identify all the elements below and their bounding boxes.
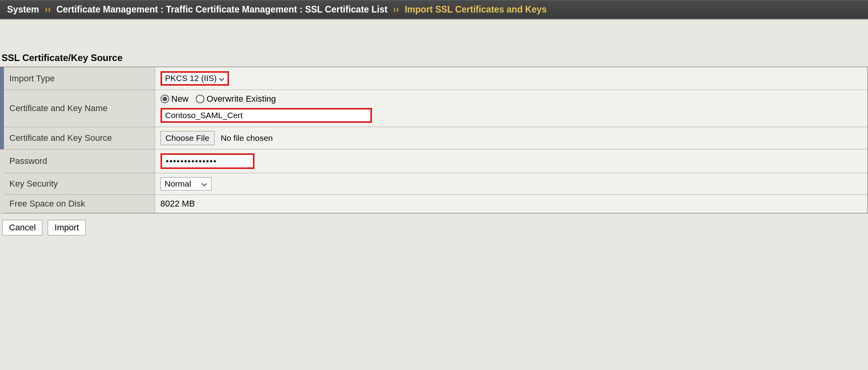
import-button[interactable]: Import — [48, 220, 85, 235]
label-cert-key-name: Certificate and Key Name — [2, 90, 155, 127]
label-free-space: Free Space on Disk — [2, 195, 155, 213]
radio-new-label: New — [171, 94, 189, 104]
breadcrumb-root[interactable]: System — [7, 4, 39, 14]
breadcrumb-separator: ›› — [45, 4, 51, 14]
breadcrumb-path[interactable]: Certificate Management : Traffic Certifi… — [56, 4, 388, 14]
free-space-value: 8022 MB — [155, 195, 868, 213]
chevron-down-icon — [202, 179, 207, 189]
file-chosen-status: No file chosen — [221, 133, 273, 142]
label-import-type: Import Type — [2, 67, 155, 90]
import-type-select[interactable]: PKCS 12 (IIS) — [161, 71, 229, 86]
label-cert-key-source: Certificate and Key Source — [2, 127, 155, 149]
breadcrumb-current: Import SSL Certificates and Keys — [405, 4, 547, 14]
chevron-down-icon — [219, 74, 224, 83]
section-title: SSL Certificate/Key Source — [0, 51, 868, 66]
password-input[interactable]: •••••••••••••• — [161, 153, 254, 169]
label-key-security: Key Security — [2, 173, 155, 195]
breadcrumb-separator: ›› — [393, 4, 399, 14]
radio-overwrite-label: Overwrite Existing — [207, 94, 276, 104]
key-security-value: Normal — [165, 179, 191, 189]
choose-file-button[interactable]: Choose File — [161, 131, 215, 145]
import-type-value: PKCS 12 (IIS) — [165, 74, 217, 83]
label-password: Password — [2, 149, 155, 173]
radio-overwrite[interactable] — [196, 95, 204, 103]
radio-new[interactable] — [161, 95, 169, 103]
breadcrumb: System ›› Certificate Management : Traff… — [0, 0, 868, 20]
cancel-button[interactable]: Cancel — [2, 220, 42, 235]
form-table: Import Type PKCS 12 (IIS) Certificate an… — [0, 67, 868, 213]
cert-key-name-input[interactable] — [161, 108, 372, 123]
footer-buttons: Cancel Import — [0, 214, 868, 242]
key-security-select[interactable]: Normal — [161, 177, 211, 190]
